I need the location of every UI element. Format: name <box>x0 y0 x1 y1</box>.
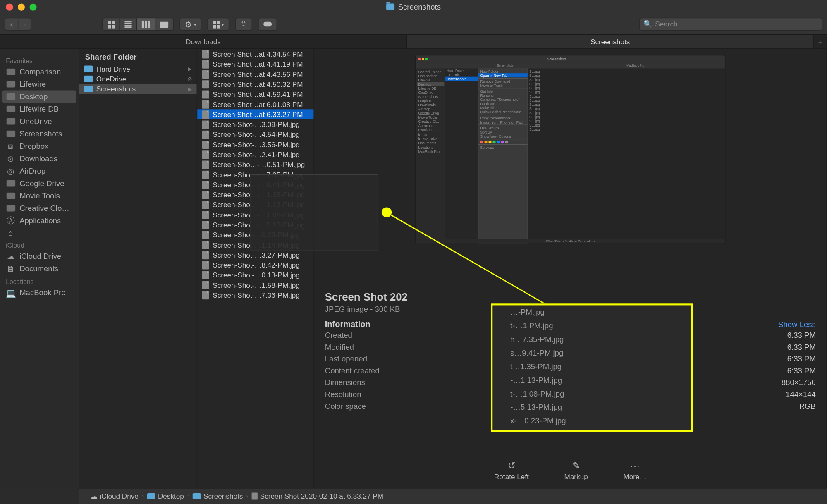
inner-title: Screenshots <box>547 57 567 61</box>
sidebar-item[interactable]: OneDrive <box>0 115 79 128</box>
path-separator: › <box>142 493 143 499</box>
document-icon <box>202 180 209 189</box>
window-controls <box>0 3 37 10</box>
sidebar-item[interactable]: 💻MacBook Pro <box>0 287 79 299</box>
document-icon <box>202 210 209 219</box>
file-row[interactable]: Screen Shot…at 4.34.54 PM <box>197 49 313 59</box>
document-icon <box>202 201 209 209</box>
quick-action-markup[interactable]: ✎Markup <box>564 459 588 480</box>
sidebar-heading: iCloud <box>0 238 79 250</box>
toolbar: ‹ › ⚙︎ ▾ ▾ ⇪ 🔍 Search <box>0 14 827 35</box>
sidebar-item[interactable]: Lifewire <box>0 78 79 91</box>
file-row[interactable]: Screen-Sho…-…9.41-PM.jpg <box>197 179 313 189</box>
show-less-link[interactable]: Show Less <box>778 320 816 329</box>
folder-icon <box>386 4 394 10</box>
folder-icon <box>6 192 15 200</box>
action-icon: ⋯ <box>629 459 641 471</box>
file-row[interactable]: Screen-Shot-…0.23-PM.jpg <box>197 230 313 240</box>
document-icon <box>202 50 209 58</box>
file-row[interactable]: Screen-Shot-…2.41-PM.jpg <box>197 149 313 159</box>
list-view-button[interactable] <box>120 18 137 31</box>
document-icon <box>202 130 209 139</box>
file-row[interactable]: Screen Shot…at 6.01.08 PM <box>197 99 313 109</box>
file-row[interactable]: Screen-Shot-…3.09-PM.jpg <box>197 119 313 129</box>
minimize-button[interactable] <box>18 3 25 10</box>
folder-row[interactable]: OneDrive⊘ <box>79 74 196 84</box>
sidebar-item[interactable]: ⒶApplications <box>0 215 79 227</box>
file-row[interactable]: Screen-Shot-…3.56-PM.jpg <box>197 139 313 149</box>
sidebar-item[interactable]: Movie Tools <box>0 190 79 202</box>
tab-downloads[interactable]: Downloads <box>0 35 407 48</box>
tab-screenshots[interactable]: Screenshots <box>407 35 814 48</box>
search-field[interactable]: 🔍 Search <box>639 17 822 30</box>
sidebar-item[interactable]: Comparison… <box>0 66 79 78</box>
group-button[interactable]: ▾ <box>208 18 229 31</box>
tags-button[interactable] <box>258 17 277 30</box>
file-row[interactable]: Screen-Sho…-…5.13-PM.jpg <box>197 220 313 229</box>
close-button[interactable] <box>6 3 13 10</box>
share-button[interactable]: ⇪ <box>235 17 252 30</box>
folder-icon <box>6 204 15 212</box>
sidebar-item[interactable]: Creative Clo… <box>0 202 79 215</box>
file-row[interactable]: Screen-Shot-…0.13-PM.jpg <box>197 270 313 280</box>
file-row[interactable]: Screen Shot…at 4.59.41 PM <box>197 89 313 99</box>
file-row[interactable]: Screen-Shot-…3.27-PM.jpg <box>197 250 313 260</box>
icloud-icon: ☁ <box>6 252 15 260</box>
path-crumb[interactable]: ☁iCloud Drive <box>90 492 139 500</box>
sidebar-item[interactable]: Lifewire DB <box>0 103 79 115</box>
sidebar-item[interactable]: ⊙Downloads <box>0 153 79 165</box>
file-row[interactable]: Screen-Shot-…7.36-PM.jpg <box>197 290 313 300</box>
new-tab-button[interactable]: + <box>814 35 827 48</box>
sidebar-item[interactable]: Google Drive <box>0 177 79 190</box>
document-icon <box>202 191 209 199</box>
action-menu-button[interactable]: ⚙︎ ▾ <box>180 18 201 31</box>
tab-bar: Downloads Screenshots + <box>0 35 827 49</box>
zoom-button[interactable] <box>29 3 36 10</box>
document-icon <box>202 160 209 169</box>
file-row[interactable]: Screen-Shot-…8.42-PM.jpg <box>197 260 313 270</box>
file-row[interactable]: Screen-Shot-…1.58-PM.jpg <box>197 280 313 290</box>
file-row[interactable]: Screen Shot…at 6.33.27 PM <box>197 109 313 119</box>
folder-row[interactable]: Screenshots▶ <box>79 84 196 94</box>
sidebar-item[interactable]: ◎AirDrop <box>0 165 79 177</box>
path-crumb[interactable]: Screen Shot 2020-02-10 at 6.33.27 PM <box>252 492 383 500</box>
file-row[interactable]: Screen-Shot-…4.54-PM.jpg <box>197 129 313 139</box>
back-button[interactable]: ‹ <box>5 18 18 31</box>
document-icon <box>202 150 209 159</box>
sidebar-item[interactable]: ☁iCloud Drive <box>0 250 79 262</box>
preview-thumbnail[interactable]: Screenshots Screenshots MacBook Pro Shar… <box>415 55 725 244</box>
file-row[interactable]: Screen-Sho…-…1.35-PM.jpg <box>197 190 313 200</box>
sidebar-item[interactable]: ⌂ <box>0 227 79 238</box>
airdrop-icon: ◎ <box>6 167 15 175</box>
path-crumb[interactable]: Screenshots <box>193 492 243 500</box>
file-row[interactable]: Screen-Shot-…1.14-PM.jpg <box>197 240 313 250</box>
folder-icon <box>6 179 15 187</box>
forward-button[interactable]: › <box>18 18 31 31</box>
folder-row[interactable]: Hard Drive▶ <box>79 64 196 74</box>
sidebar-item[interactable]: ⧈Dropbox <box>0 140 79 153</box>
column-view-button[interactable] <box>137 18 155 31</box>
folder-icon <box>84 86 93 92</box>
quick-action-rotate-left[interactable]: ↺Rotate Left <box>494 459 529 480</box>
file-row[interactable]: Screen-Sho…-…1.13-PM.jpg <box>197 200 313 210</box>
title-label: Screenshots <box>398 2 441 11</box>
sidebar-item[interactable]: Screenshots <box>0 128 79 140</box>
file-row[interactable]: Screen Shot…at 4.50.32 PM <box>197 79 313 89</box>
quick-action-more-[interactable]: ⋯More… <box>623 459 646 480</box>
column-2: Screen Shot…at 4.34.54 PMScreen Shot…at … <box>197 49 314 488</box>
sidebar-item[interactable]: 🗎Documents <box>0 262 79 275</box>
icon-view-button[interactable] <box>103 18 120 31</box>
finder-body: FavoritesComparison…LifewireDesktopLifew… <box>0 49 827 488</box>
inner-sidebar: Shared FolderComparison…LifewireDesktopL… <box>416 69 445 244</box>
path-crumb[interactable]: Desktop <box>147 492 184 500</box>
gallery-view-button[interactable] <box>155 18 173 31</box>
folder-icon <box>6 117 15 125</box>
sidebar-item[interactable]: Desktop <box>2 91 76 103</box>
dropbox-icon: ⧈ <box>6 142 15 150</box>
file-row[interactable]: Screen Shot…at 4.43.56 PM <box>197 69 313 79</box>
file-row[interactable]: Screen-Sho…-…7.35-PM.jpg <box>197 170 313 179</box>
inner-list: Hard DriveOneDriveScreenshots <box>445 69 478 244</box>
file-row[interactable]: Screen-Sho…-…0.51-PM.jpg <box>197 160 313 170</box>
file-row[interactable]: Screen-Sho…-…1.08-PM.jpg <box>197 210 313 220</box>
file-row[interactable]: Screen Shot…at 4.41.19 PM <box>197 59 313 69</box>
